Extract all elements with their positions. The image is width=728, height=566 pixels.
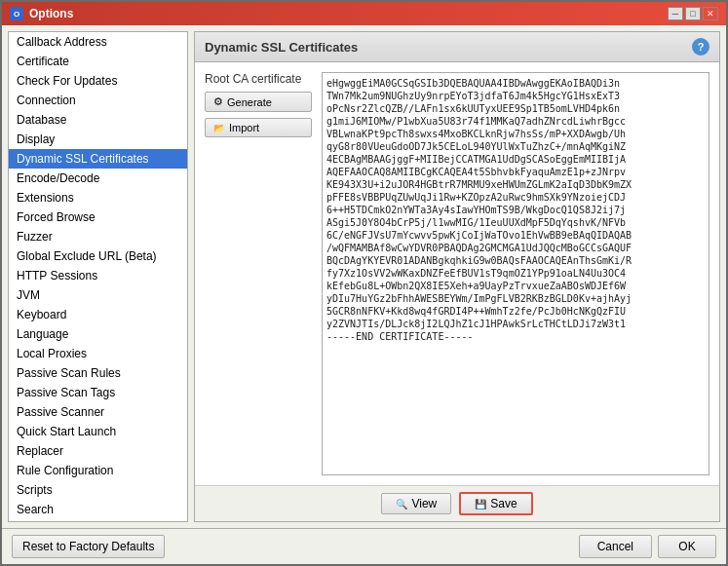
panel-content: Root CA certificate Generate Import eHgw… [195, 62, 719, 485]
close-button[interactable]: ✕ [703, 7, 718, 20]
sidebar-item-language[interactable]: Language [9, 324, 187, 344]
sidebar-item-callback-address[interactable]: Callback Address [9, 32, 187, 52]
sidebar-item-extensions[interactable]: Extensions [9, 188, 187, 208]
sidebar-item-check-for-updates[interactable]: Check For Updates [9, 71, 187, 91]
app-icon: O [10, 7, 23, 20]
sidebar-item-database[interactable]: Database [9, 110, 187, 130]
import-button[interactable]: Import [205, 118, 312, 137]
window-footer: Reset to Factory Defaults Cancel OK [2, 528, 726, 564]
window-body: Callback AddressCertificateCheck For Upd… [2, 25, 726, 528]
sidebar-item-connection[interactable]: Connection [9, 91, 187, 110]
sidebar-item-keyboard[interactable]: Keyboard [9, 305, 187, 324]
view-button[interactable]: View [381, 493, 451, 514]
cancel-button[interactable]: Cancel [579, 535, 652, 558]
reset-button[interactable]: Reset to Factory Defaults [12, 535, 165, 558]
sidebar-item-replacer[interactable]: Replacer [9, 441, 187, 461]
window-title: Options [29, 7, 73, 20]
save-icon [475, 497, 486, 510]
panel-title: Dynamic SSL Certificates [205, 40, 358, 55]
generate-label: Generate [227, 96, 272, 108]
ok-button[interactable]: OK [658, 535, 716, 558]
sidebar-item-quick-start[interactable]: Quick Start Launch [9, 422, 187, 441]
sidebar-item-dynamic-ssl[interactable]: Dynamic SSL Certificates [9, 149, 187, 169]
cert-sidebar: Root CA certificate Generate Import [205, 72, 312, 475]
cert-content: eHgwggEiMA0GCSqGSIb3DQEBAQUAA4IBDwAwggEK… [326, 78, 632, 342]
help-button[interactable]: ? [692, 38, 709, 56]
sidebar-item-encode-decode[interactable]: Encode/Decode [9, 169, 187, 188]
sidebar-item-passive-scanner[interactable]: Passive Scanner [9, 402, 187, 422]
sidebar: Callback AddressCertificateCheck For Upd… [8, 31, 188, 522]
save-button[interactable]: Save [459, 492, 532, 515]
sidebar-item-fuzzer[interactable]: Fuzzer [9, 227, 187, 246]
sidebar-item-search[interactable]: Search [9, 500, 187, 519]
minimize-button[interactable]: ─ [668, 7, 683, 20]
import-icon [213, 122, 225, 133]
save-label: Save [490, 497, 517, 510]
options-window: O Options ─ □ ✕ Callback AddressCertific… [0, 0, 728, 566]
sidebar-item-local-proxies[interactable]: Local Proxies [9, 344, 187, 363]
sidebar-item-rule-configuration[interactable]: Rule Configuration [9, 461, 187, 480]
sidebar-item-selenium[interactable]: Selenium [9, 519, 187, 522]
sidebar-item-display[interactable]: Display [9, 130, 187, 149]
sidebar-item-certificate[interactable]: Certificate [9, 52, 187, 71]
gear-icon [213, 95, 223, 108]
cert-layout: Root CA certificate Generate Import eHgw… [205, 72, 709, 475]
main-panel: Dynamic SSL Certificates ? Root CA certi… [194, 31, 720, 522]
view-icon [396, 497, 407, 510]
title-bar: O Options ─ □ ✕ [2, 2, 726, 25]
cert-text-area: eHgwggEiMA0GCSqGSIb3DQEBAQUAA4IBDwAwggEK… [322, 72, 709, 475]
sidebar-item-forced-browse[interactable]: Forced Browse [9, 208, 187, 227]
sidebar-item-passive-scan-rules[interactable]: Passive Scan Rules [9, 363, 187, 383]
import-label: Import [229, 122, 259, 133]
root-ca-label: Root CA certificate [205, 72, 312, 86]
sidebar-item-global-exclude[interactable]: Global Exclude URL (Beta) [9, 246, 187, 266]
sidebar-item-passive-scan-tags[interactable]: Passive Scan Tags [9, 383, 187, 402]
sidebar-item-scripts[interactable]: Scripts [9, 480, 187, 500]
panel-footer: View Save [195, 485, 719, 521]
panel-header: Dynamic SSL Certificates ? [195, 32, 719, 62]
sidebar-item-jvm[interactable]: JVM [9, 285, 187, 305]
view-label: View [411, 497, 437, 510]
maximize-button[interactable]: □ [685, 7, 701, 20]
generate-button[interactable]: Generate [205, 92, 312, 112]
sidebar-item-http-sessions[interactable]: HTTP Sessions [9, 266, 187, 285]
